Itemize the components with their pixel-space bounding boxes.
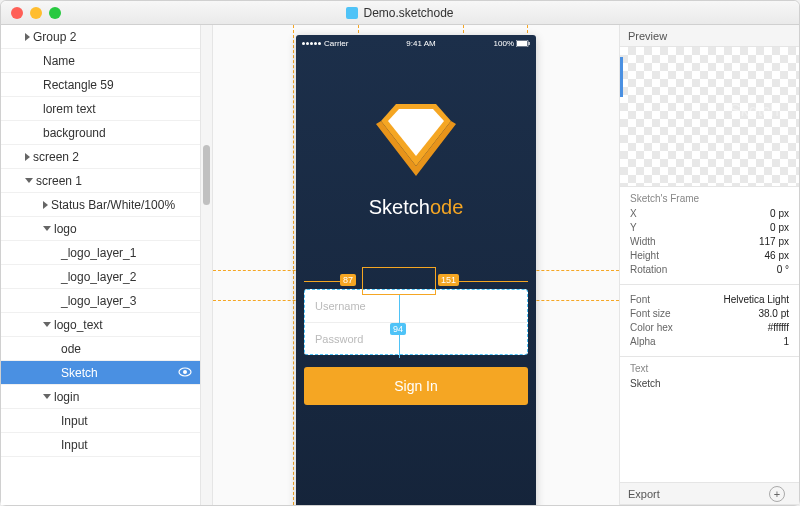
- chevron-down-icon[interactable]: [43, 394, 51, 399]
- measure-line: [458, 281, 528, 282]
- placeholder: Username: [315, 300, 366, 312]
- logo[interactable]: [361, 96, 471, 186]
- layer-item[interactable]: screen 2: [1, 145, 200, 169]
- battery-icon: [516, 40, 530, 47]
- layer-item[interactable]: login: [1, 385, 200, 409]
- window-title: Demo.sketchode: [1, 6, 799, 20]
- layer-label: lorem text: [43, 102, 96, 116]
- prop-color-label: Color hex: [630, 322, 673, 333]
- preview-content: Sketch: [730, 102, 779, 120]
- signal-icon: [302, 42, 321, 45]
- prop-y-value: 0 px: [770, 222, 789, 233]
- layer-item[interactable]: logo_text: [1, 313, 200, 337]
- prop-x-value: 0 px: [770, 208, 789, 219]
- frame-props: Sketch's Frame X0 px Y0 px Width117 px H…: [620, 187, 799, 285]
- scrollbar[interactable]: [201, 25, 213, 505]
- time-label: 9:41 AM: [406, 39, 435, 48]
- export-label: Export: [628, 488, 660, 500]
- layer-item[interactable]: Sketch: [1, 361, 200, 385]
- preview-area[interactable]: Sketch: [620, 47, 799, 187]
- layer-item[interactable]: lorem text: [1, 97, 200, 121]
- prop-rotation-label: Rotation: [630, 264, 667, 275]
- prop-rotation-value: 0 °: [777, 264, 789, 275]
- layer-item[interactable]: _logo_layer_2: [1, 265, 200, 289]
- svg-rect-4: [529, 42, 530, 45]
- chevron-right-icon[interactable]: [43, 201, 48, 209]
- prop-width-label: Width: [630, 236, 656, 247]
- prop-font-label: Font: [630, 294, 650, 305]
- document-icon: [346, 7, 358, 19]
- layer-item[interactable]: Rectangle 59: [1, 73, 200, 97]
- layer-item[interactable]: Input: [1, 409, 200, 433]
- layer-label: Name: [43, 54, 75, 68]
- chevron-right-icon[interactable]: [25, 33, 30, 41]
- layer-label: _logo_layer_2: [61, 270, 136, 284]
- titlebar[interactable]: Demo.sketchode: [1, 1, 799, 25]
- layer-item[interactable]: _logo_layer_3: [1, 289, 200, 313]
- brand-ode[interactable]: ode: [430, 196, 463, 218]
- svg-point-1: [183, 370, 187, 374]
- artboard-screen1[interactable]: Carrier 9:41 AM 100% Sk: [296, 35, 536, 505]
- layer-item[interactable]: _logo_layer_1: [1, 241, 200, 265]
- preview-selection-indicator: [620, 57, 623, 97]
- prop-alpha-value: 1: [783, 336, 789, 347]
- distance-right-label: 151: [438, 274, 459, 286]
- prop-alpha-label: Alpha: [630, 336, 656, 347]
- layer-item[interactable]: screen 1: [1, 169, 200, 193]
- layer-label: screen 2: [33, 150, 79, 164]
- layer-label: logo_text: [54, 318, 103, 332]
- prop-x-label: X: [630, 208, 637, 219]
- frame-title: Sketch's Frame: [630, 193, 789, 204]
- layer-label: screen 1: [36, 174, 82, 188]
- distance-left-label: 87: [340, 274, 356, 286]
- canvas[interactable]: Carrier 9:41 AM 100% Sk: [213, 25, 619, 505]
- chevron-down-icon[interactable]: [43, 322, 51, 327]
- layer-label: ode: [61, 342, 81, 356]
- layers-panel[interactable]: Group 2NameRectangle 59lorem textbackgro…: [1, 25, 201, 505]
- window-title-text: Demo.sketchode: [363, 6, 453, 20]
- add-export-button[interactable]: +: [769, 486, 785, 502]
- prop-y-label: Y: [630, 222, 637, 233]
- visibility-icon[interactable]: [178, 366, 192, 380]
- layer-label: background: [43, 126, 106, 140]
- prop-fontsize-value: 38.0 pt: [758, 308, 789, 319]
- export-header: Export +: [620, 483, 799, 505]
- layer-label: Sketch: [61, 366, 98, 380]
- distance-down-label: 94: [390, 323, 406, 335]
- signin-label: Sign In: [394, 378, 438, 394]
- chevron-down-icon[interactable]: [43, 226, 51, 231]
- brand-sketch[interactable]: Sketch: [369, 196, 430, 218]
- layer-item[interactable]: Input: [1, 433, 200, 457]
- login-form[interactable]: Username Password: [304, 289, 528, 355]
- prop-color-value: #ffffff: [768, 322, 789, 333]
- layer-item[interactable]: Status Bar/White/100%: [1, 193, 200, 217]
- prop-width-value: 117 px: [759, 236, 789, 247]
- layer-item[interactable]: logo: [1, 217, 200, 241]
- text-value: Sketch: [630, 378, 789, 389]
- logo-text[interactable]: Sketchode: [296, 196, 536, 219]
- layer-label: Group 2: [33, 30, 76, 44]
- layer-label: Rectangle 59: [43, 78, 114, 92]
- layer-item[interactable]: ode: [1, 337, 200, 361]
- layer-label: login: [54, 390, 79, 404]
- chevron-right-icon[interactable]: [25, 153, 30, 161]
- layer-item[interactable]: Name: [1, 49, 200, 73]
- text-content-props: Text Sketch: [620, 357, 799, 483]
- content: Group 2NameRectangle 59lorem textbackgro…: [1, 25, 799, 505]
- placeholder: Password: [315, 333, 363, 345]
- layer-item[interactable]: Group 2: [1, 25, 200, 49]
- chevron-down-icon[interactable]: [25, 178, 33, 183]
- text-title: Text: [630, 363, 789, 374]
- guide-vertical: [293, 25, 294, 505]
- preview-header: Preview: [620, 25, 799, 47]
- prop-font-value: Helvetica Light: [723, 294, 789, 305]
- layer-label: logo: [54, 222, 77, 236]
- signin-button[interactable]: Sign In: [304, 367, 528, 405]
- layer-item[interactable]: background: [1, 121, 200, 145]
- layer-label: _logo_layer_1: [61, 246, 136, 260]
- scrollbar-thumb[interactable]: [203, 145, 210, 205]
- status-bar: Carrier 9:41 AM 100%: [296, 35, 536, 51]
- selection-box: [362, 267, 436, 295]
- battery-label: 100%: [494, 39, 514, 48]
- password-field[interactable]: Password: [305, 322, 527, 354]
